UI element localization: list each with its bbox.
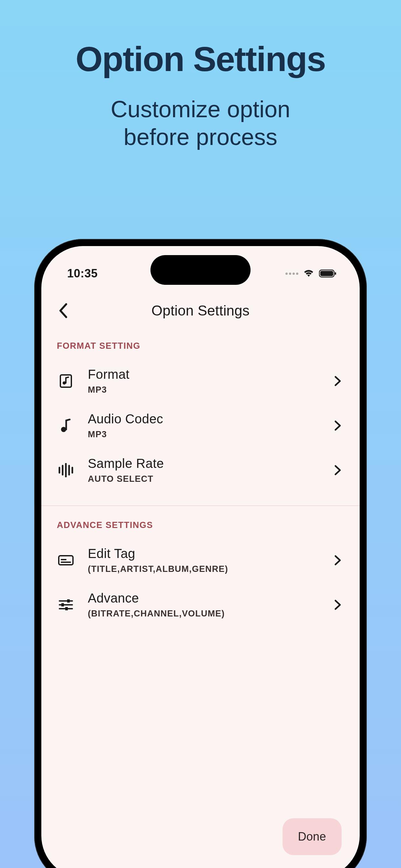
promo-subtitle: Customize option before process <box>0 95 401 151</box>
section-label-format: FORMAT SETTING <box>41 327 360 359</box>
chevron-left-icon <box>58 303 68 318</box>
row-codec-title: Audio Codec <box>88 412 318 426</box>
section-label-advance: ADVANCE SETTINGS <box>41 506 360 538</box>
row-edit-tag-value: (TITLE,ARTIST,ALBUM,GENRE) <box>88 564 318 574</box>
status-indicators <box>285 269 337 278</box>
cellular-dots-icon <box>285 273 298 275</box>
chevron-right-icon <box>331 419 344 432</box>
dynamic-island <box>150 255 251 285</box>
row-format-title: Format <box>88 367 318 382</box>
row-advance-value: (BITRATE,CHANNEL,VOLUME) <box>88 609 318 619</box>
waveform-icon <box>57 461 75 479</box>
status-time: 10:35 <box>67 267 98 280</box>
row-sample-rate-title: Sample Rate <box>88 456 318 471</box>
chevron-right-icon <box>331 375 344 388</box>
nav-title: Option Settings <box>151 303 250 319</box>
chevron-right-icon <box>331 598 344 611</box>
wifi-icon <box>303 269 314 278</box>
row-advance-title: Advance <box>88 591 318 606</box>
music-note-icon <box>57 416 75 435</box>
svg-rect-2 <box>335 272 336 275</box>
row-audio-codec[interactable]: Audio Codec MP3 <box>41 403 360 448</box>
chevron-right-icon <box>331 464 344 476</box>
battery-icon <box>319 269 337 278</box>
tag-card-icon <box>57 551 75 569</box>
back-button[interactable] <box>54 301 73 320</box>
nav-header: Option Settings <box>41 294 360 327</box>
sliders-icon <box>57 596 75 614</box>
row-edit-tag[interactable]: Edit Tag (TITLE,ARTIST,ALBUM,GENRE) <box>41 538 360 583</box>
promo-title: Option Settings <box>0 39 401 79</box>
row-format[interactable]: Format MP3 <box>41 359 360 403</box>
row-advance[interactable]: Advance (BITRATE,CHANNEL,VOLUME) <box>41 583 360 627</box>
phone-screen: 10:35 Option <box>41 246 360 868</box>
svg-rect-1 <box>320 271 333 276</box>
row-sample-rate-value: AUTO SELECT <box>88 474 318 484</box>
row-format-value: MP3 <box>88 385 318 395</box>
row-sample-rate[interactable]: Sample Rate AUTO SELECT <box>41 448 360 492</box>
done-button[interactable]: Done <box>282 818 342 855</box>
promo-subtitle-line1: Customize option <box>111 96 290 122</box>
svg-rect-19 <box>65 607 68 610</box>
row-codec-value: MP3 <box>88 430 318 439</box>
chevron-right-icon <box>331 554 344 567</box>
phone-frame: 10:35 Option <box>34 239 367 868</box>
svg-rect-17 <box>67 599 70 602</box>
file-audio-icon <box>57 372 75 390</box>
row-edit-tag-title: Edit Tag <box>88 547 318 561</box>
svg-rect-18 <box>61 603 64 607</box>
promo-subtitle-line2: before process <box>124 124 277 150</box>
